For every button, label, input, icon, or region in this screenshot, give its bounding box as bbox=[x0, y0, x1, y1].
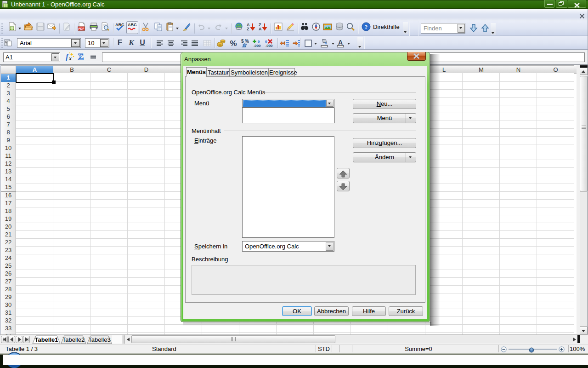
svg-text:ABC: ABC bbox=[115, 23, 124, 27]
svg-text:A: A bbox=[259, 27, 262, 31]
svg-text:ABC: ABC bbox=[128, 23, 137, 27]
svg-text:.000: .000 bbox=[254, 44, 261, 48]
svg-text:PDF: PDF bbox=[79, 27, 85, 30]
svg-text:0: 0 bbox=[265, 40, 267, 44]
svg-text:A: A bbox=[338, 39, 343, 46]
svg-text:?: ? bbox=[365, 23, 368, 30]
svg-text:Σ: Σ bbox=[78, 52, 84, 61]
svg-text:x: x bbox=[68, 55, 72, 62]
svg-text:0: 0 bbox=[258, 40, 260, 44]
svg-text:Z: Z bbox=[247, 27, 249, 31]
svg-text:%: % bbox=[230, 39, 237, 48]
svg-text:$: $ bbox=[241, 39, 244, 44]
svg-text:.000: .000 bbox=[266, 44, 273, 48]
svg-text:%: % bbox=[245, 39, 249, 44]
